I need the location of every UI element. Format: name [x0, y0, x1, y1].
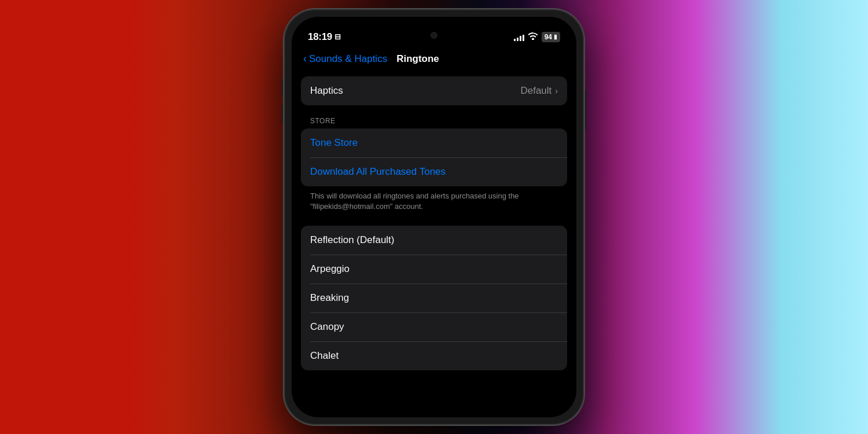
camera-dot	[431, 32, 437, 39]
ringtone-name-reflection: Reflection (Default)	[310, 234, 395, 246]
back-label: Sounds & Haptics	[309, 53, 387, 65]
back-button[interactable]: ‹ Sounds & Haptics	[303, 53, 387, 65]
store-group: STORE Tone Store Download All Purchased …	[301, 117, 567, 214]
status-right: 94 ▮	[514, 32, 560, 42]
haptics-chevron-icon: ›	[555, 86, 558, 95]
haptics-value-container: Default ›	[520, 85, 558, 97]
store-card: Tone Store Download All Purchased Tones	[301, 128, 567, 186]
signal-bar-1	[514, 39, 516, 41]
haptics-group: Haptics Default ›	[301, 76, 567, 105]
ringtone-name-breaking: Breaking	[310, 292, 349, 304]
ringtone-name-canopy: Canopy	[310, 321, 344, 333]
haptics-row[interactable]: Haptics Default ›	[301, 76, 567, 105]
page-title: Ringtone	[396, 53, 439, 65]
phone-screen: 18:19 ⊟ 94	[292, 17, 576, 417]
dynamic-island	[399, 25, 469, 45]
download-tones-label: Download All Purchased Tones	[310, 166, 446, 178]
ringtone-item-chalet[interactable]: Chalet	[301, 341, 567, 370]
download-tones-row[interactable]: Download All Purchased Tones	[301, 157, 567, 186]
ringtone-item-arpeggio[interactable]: Arpeggio	[301, 255, 567, 284]
signal-bar-2	[517, 38, 518, 41]
ringtone-item-breaking[interactable]: Breaking	[301, 284, 567, 312]
signal-bars	[514, 33, 524, 41]
ringtone-name-chalet: Chalet	[310, 350, 339, 362]
tone-store-label: Tone Store	[310, 137, 358, 149]
signal-bar-4	[523, 35, 524, 41]
time-display: 18:19	[308, 31, 332, 43]
store-helper-text: This will download all ringtones and ale…	[301, 186, 567, 214]
ringtone-item-reflection[interactable]: Reflection (Default)	[301, 226, 567, 255]
status-time: 18:19 ⊟	[308, 31, 341, 43]
content-area: Haptics Default › STORE Tone Store	[292, 72, 576, 417]
battery-icon: ▮	[554, 33, 557, 41]
haptics-value: Default	[520, 85, 551, 97]
time-icon: ⊟	[334, 32, 341, 41]
signal-bar-3	[520, 36, 521, 41]
ringtone-name-arpeggio: Arpeggio	[310, 263, 350, 275]
store-section-label: STORE	[301, 117, 567, 125]
ringtone-item-canopy[interactable]: Canopy	[301, 312, 567, 341]
wifi-icon	[528, 32, 538, 42]
ringtone-list: Reflection (Default) Arpeggio Breaking C…	[301, 226, 567, 370]
battery-indicator: 94 ▮	[542, 32, 560, 42]
tone-store-row[interactable]: Tone Store	[301, 128, 567, 157]
phone-container: 18:19 ⊟ 94	[284, 9, 584, 425]
battery-percent: 94	[545, 33, 552, 41]
haptics-label: Haptics	[310, 85, 343, 97]
back-chevron-icon: ‹	[303, 53, 307, 65]
phone-frame: 18:19 ⊟ 94	[284, 9, 584, 425]
nav-header: ‹ Sounds & Haptics Ringtone	[292, 49, 576, 72]
haptics-card: Haptics Default ›	[301, 76, 567, 105]
